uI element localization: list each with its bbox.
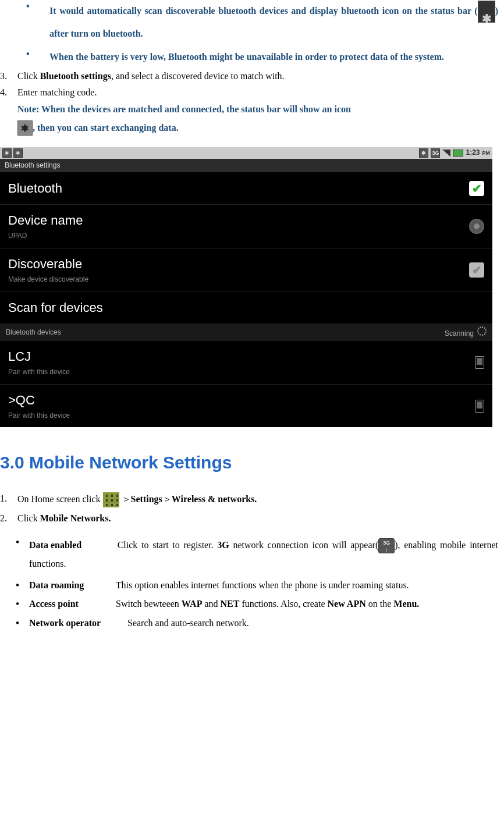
opt-term: Network operator [29, 617, 125, 630]
device-name-row[interactable]: Device name UPAD [0, 205, 492, 248]
device-row[interactable]: >QC Pair with this device [0, 385, 492, 428]
screen-title: Bluetooth settings [0, 159, 492, 173]
scan-devices-row[interactable]: Scan for devices [0, 292, 492, 325]
bullet-dot: • [6, 579, 29, 592]
note-line1: When the devices are matched and connect… [41, 104, 351, 114]
opt0-mid: network connection icon will appear( [229, 540, 378, 550]
battery-icon [453, 150, 463, 157]
opt2-m3: on the [366, 599, 394, 609]
step-number: 2. [0, 512, 17, 525]
device-name: >QC [8, 392, 475, 410]
devices-header-label: Bluetooth devices [6, 328, 61, 337]
network-3g-icon: 3G [431, 148, 440, 158]
row-title: Bluetooth [8, 180, 469, 198]
bluetooth-toggle-row[interactable]: Bluetooth ✔ [0, 173, 492, 205]
nav1-mid: ＞ [162, 494, 172, 504]
opt2-pre: Switch bewteeen [116, 599, 182, 609]
status-ampm: PM [482, 150, 491, 157]
status-time: 1:23 [466, 148, 480, 158]
radio-icon[interactable] [469, 219, 484, 234]
checkbox-off-icon[interactable]: ✔ [469, 262, 484, 278]
bluetooth-connected-icon [17, 120, 33, 136]
devices-section-header: Bluetooth devices Scanning [0, 324, 492, 341]
bullet-dot: • [6, 598, 29, 610]
spinner-icon [477, 326, 487, 336]
bluetooth-settings-screenshot: ✱ ✱ ✱ 3G 1:23 PM Bluetooth settings Blue… [0, 147, 492, 428]
opt-term: Data enabled [29, 536, 113, 555]
phone-icon [475, 400, 484, 413]
row-subtitle: Make device discoverable [8, 275, 469, 285]
opt0-pre: Click to start to register. [118, 540, 218, 550]
nav2-pre: Click [17, 513, 40, 523]
step3-post: , and select a discovered device to matc… [111, 71, 285, 81]
device-row[interactable]: LCJ Pair with this device [0, 341, 492, 385]
bt-status-icon: ✱ [2, 148, 12, 158]
opt-term: Access point [29, 598, 113, 610]
bullet-dot: • [6, 617, 29, 630]
device-sub: Pair with this device [8, 367, 475, 377]
row-title: Device name [8, 212, 469, 230]
row-subtitle: UPAD [8, 231, 469, 241]
intro-bullet-2: When the battery is very low, Bluetooth … [49, 52, 444, 62]
discoverable-row[interactable]: Discoverable Make device discoverable ✔ [0, 248, 492, 292]
bullet-dot: • [26, 48, 49, 61]
opt3-text: Search and auto-search network. [127, 618, 249, 628]
opt2-b3: New APN [328, 599, 366, 609]
apps-grid-icon [103, 492, 119, 507]
bluetooth-icon [478, 1, 495, 23]
opt2-m1: and [202, 599, 220, 609]
signal-icon [442, 150, 450, 157]
step4: Enter matching code. [17, 87, 97, 97]
step-number: 3. [0, 70, 17, 83]
note-label: Note: [17, 104, 41, 114]
device-name: LCJ [8, 348, 475, 366]
bt-indicator-icon: ✱ [419, 148, 428, 158]
bullet-dot: • [26, 0, 49, 13]
step3-pre: Click [17, 71, 40, 81]
intro-bullet-1a: It would automatically scan discoverable… [49, 6, 478, 16]
note-line2: , then you can start exchanging data. [33, 122, 179, 134]
opt0-b1: 3G [217, 540, 229, 550]
device-sub: Pair with this device [8, 411, 475, 421]
row-title: Scan for devices [8, 299, 484, 317]
opt2-m2: functions. Also, create [239, 599, 327, 609]
nav1-post: ＞ [119, 494, 131, 504]
scanning-label: Scanning [445, 329, 474, 337]
section-heading: 3.0 Mobile Network Settings [0, 450, 498, 475]
checkbox-on-icon[interactable]: ✔ [469, 181, 484, 196]
phone-icon [475, 356, 484, 369]
bt-status-icon: ✱ [13, 148, 23, 158]
step-number: 4. [0, 86, 17, 99]
step-number: 1. [0, 492, 17, 505]
bullet-dot: • [6, 536, 29, 549]
network-3g-icon: 3G↕ [378, 538, 395, 553]
opt-term: Data roaming [29, 579, 113, 592]
nav1-b1: Settings [131, 494, 162, 504]
step3-bold: Bluetooth settings [40, 71, 111, 81]
row-title: Discoverable [8, 255, 469, 273]
nav2-bold: Mobile Networks. [40, 513, 111, 523]
status-bar: ✱ ✱ ✱ 3G 1:23 PM [0, 147, 492, 159]
nav1-b2: Wireless & networks. [172, 494, 257, 504]
opt1-text: This option enables internet functions w… [116, 580, 409, 590]
opt2-b2: NET [221, 599, 240, 609]
nav1-pre: On Home screen click [17, 494, 103, 504]
opt2-b4: Menu. [393, 599, 419, 609]
opt2-b1: WAP [182, 599, 203, 609]
